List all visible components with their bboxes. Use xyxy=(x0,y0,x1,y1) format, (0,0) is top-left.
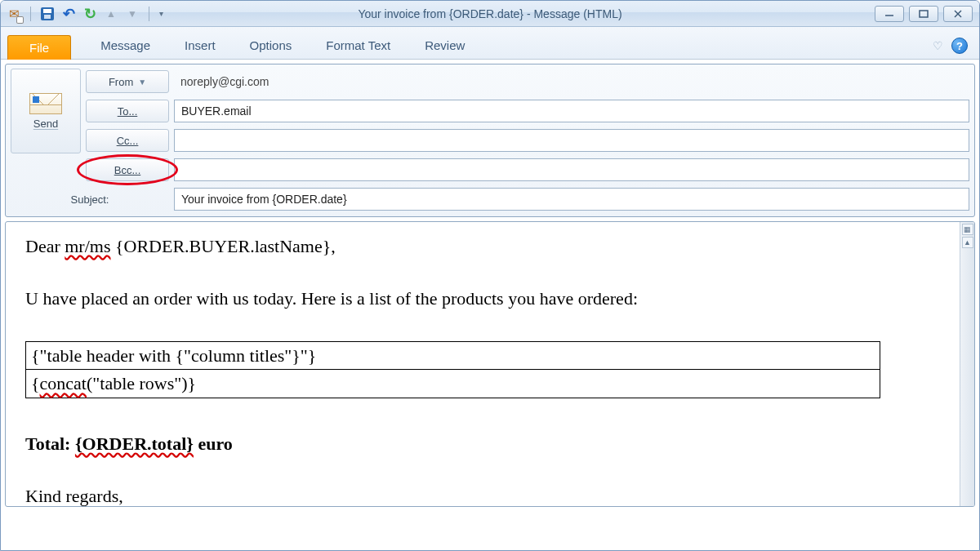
body-placeholder-table: {"table header with {"column titles"}"} … xyxy=(25,341,880,399)
cc-button[interactable]: Cc... xyxy=(86,129,169,152)
greeting-prefix: Dear xyxy=(25,236,65,256)
ribbon-options-icon[interactable]: ♡ xyxy=(933,39,943,52)
body-greeting: Dear mr/ms {ORDER.BUYER.lastName}, xyxy=(25,233,955,260)
outlook-compose-window: ✉ ↶ ↻ ▲ ▼ ▾ Your invoice from {ORDER.dat… xyxy=(0,0,980,551)
undo-button[interactable]: ↶ xyxy=(60,6,77,22)
message-body-container: Dear mr/ms {ORDER.BUYER.lastName}, U hav… xyxy=(5,221,975,507)
next-item-button[interactable]: ▼ xyxy=(124,6,140,22)
close-button[interactable] xyxy=(943,6,973,22)
body-closing: Kind regards, xyxy=(25,483,955,506)
bcc-button[interactable]: Bcc... xyxy=(86,158,169,181)
window-controls xyxy=(875,6,979,22)
customize-qat-button[interactable]: ▾ xyxy=(159,9,163,18)
total-label: Total: xyxy=(25,433,75,454)
title-bar: ✉ ↶ ↻ ▲ ▼ ▾ Your invoice from {ORDER.dat… xyxy=(1,1,979,27)
envelope-icon xyxy=(29,93,62,114)
send-button[interactable]: Send xyxy=(11,69,81,153)
bcc-field[interactable] xyxy=(174,158,969,181)
tab-insert[interactable]: Insert xyxy=(180,38,220,59)
total-value: {ORDER.total} xyxy=(75,433,194,454)
help-button[interactable]: ? xyxy=(951,38,968,54)
ruler-icon[interactable]: ▦ xyxy=(962,224,973,235)
minimize-button[interactable] xyxy=(875,6,904,22)
quick-access-toolbar: ✉ ↶ ↻ ▲ ▼ ▾ xyxy=(1,6,163,22)
file-tab[interactable]: File xyxy=(7,35,71,60)
table-header-cell: {"table header with {"column titles"}"} xyxy=(26,341,880,370)
to-field[interactable] xyxy=(174,100,969,122)
subject-label: Subject: xyxy=(11,193,169,206)
to-button[interactable]: To... xyxy=(86,100,169,122)
body-scrollbar[interactable]: ▦ ▲ xyxy=(960,222,974,506)
app-icon: ✉ xyxy=(6,6,22,22)
send-label: Send xyxy=(33,118,58,130)
bcc-label: Bcc... xyxy=(114,164,141,176)
from-label: From xyxy=(109,76,133,88)
to-label: To... xyxy=(118,105,138,118)
maximize-button[interactable] xyxy=(909,6,938,22)
tab-options[interactable]: Options xyxy=(245,38,297,59)
total-unit: euro xyxy=(194,433,233,454)
body-total-line: Total: {ORDER.total} euro xyxy=(25,431,955,457)
table-rows-cell: {concat("table rows")} xyxy=(26,370,880,398)
message-body[interactable]: Dear mr/ms {ORDER.BUYER.lastName}, U hav… xyxy=(6,222,974,506)
subject-field[interactable] xyxy=(174,188,969,211)
body-para1: U have placed an order with us today. He… xyxy=(25,286,955,312)
cc-label: Cc... xyxy=(117,135,139,147)
qat-separator xyxy=(149,7,149,21)
greeting-name: {ORDER.BUYER.lastName}, xyxy=(110,236,335,256)
qat-separator xyxy=(30,7,31,21)
chevron-down-icon: ▼ xyxy=(138,78,146,87)
previous-item-button[interactable]: ▲ xyxy=(103,6,119,22)
cc-field[interactable] xyxy=(174,129,969,152)
tab-format-text[interactable]: Format Text xyxy=(321,38,395,59)
from-account-button[interactable]: From▼ xyxy=(86,70,169,93)
greeting-salutation: mr/ms xyxy=(65,236,110,256)
save-button[interactable] xyxy=(39,6,56,22)
redo-button[interactable]: ↻ xyxy=(82,6,98,22)
from-value: noreply@cgi.com xyxy=(174,70,969,93)
message-header: Send From▼ noreply@cgi.com To... Cc... xyxy=(5,64,975,217)
svg-rect-1 xyxy=(920,11,928,17)
save-icon xyxy=(41,7,54,20)
tab-message[interactable]: Message xyxy=(96,38,155,59)
tab-review[interactable]: Review xyxy=(420,38,470,59)
scroll-up-icon[interactable]: ▲ xyxy=(962,237,973,248)
ribbon: File Message Insert Options Format Text … xyxy=(1,27,979,60)
